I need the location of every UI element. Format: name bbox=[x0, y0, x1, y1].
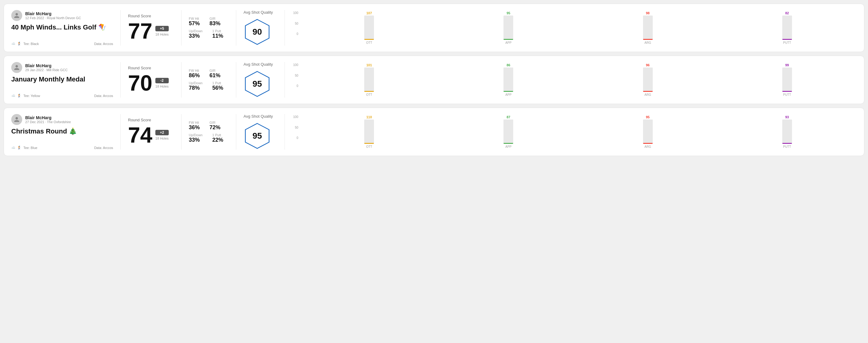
quality-label: Avg Shot Quality bbox=[244, 114, 273, 119]
chart-value-arg: 98 bbox=[646, 11, 650, 15]
tee-label: Tee: Black bbox=[23, 42, 39, 45]
chart-value-ott: 101 bbox=[366, 63, 372, 67]
hexagon-value: 95 bbox=[252, 79, 262, 89]
bar-bg-putt bbox=[782, 15, 792, 40]
y-label-50: 50 bbox=[292, 126, 298, 129]
round-title: Christmas Round 🎄 bbox=[11, 127, 113, 135]
stat-value-fw: 86% bbox=[189, 72, 200, 79]
round-card: Blair McHarg 29 Jan 2022 · Mill Ride GCC… bbox=[4, 56, 864, 104]
user-date: 27 Dec 2021 · The Oxfordshire bbox=[25, 120, 71, 124]
stats-section: FW Hit 86% GIR 61% Up/Down 78% 1 Putt 56… bbox=[182, 62, 236, 98]
bar-bg-app bbox=[503, 120, 513, 144]
stat-updown: Up/Down 33% bbox=[189, 133, 203, 143]
round-card: Blair McHarg 12 Feb 2022 · Royal North D… bbox=[4, 4, 864, 52]
stat-label-putt: 1 Putt bbox=[212, 29, 223, 33]
chart-section: 100 50 0 107 OTT 95 bbox=[285, 10, 857, 45]
stat-value-updown: 33% bbox=[189, 137, 203, 143]
chart-group-app: 87 APP bbox=[439, 115, 578, 148]
y-label-0: 0 bbox=[292, 84, 298, 88]
quality-label: Avg Shot Quality bbox=[244, 62, 273, 67]
chart-group-ott: 110 OTT bbox=[300, 115, 439, 148]
stat-one-putt: 1 Putt 22% bbox=[212, 133, 223, 143]
bar-wrapper-app bbox=[439, 15, 578, 40]
bar-wrapper-putt bbox=[717, 67, 857, 92]
stat-label-gir: GIR bbox=[210, 69, 220, 72]
bar-fill-putt bbox=[782, 39, 792, 40]
user-details: Blair McHarg 29 Jan 2022 · Mill Ride GCC bbox=[25, 63, 67, 72]
chart-group-putt: 99 PUTT bbox=[717, 63, 857, 96]
stat-label-updown: Up/Down bbox=[189, 133, 203, 137]
user-details: Blair McHarg 27 Dec 2021 · The Oxfordshi… bbox=[25, 115, 71, 124]
stat-value-putt: 56% bbox=[212, 85, 223, 91]
bar-bg-putt bbox=[782, 67, 792, 92]
bag-icon: 🏌️ bbox=[17, 42, 22, 45]
chart-label-putt: PUTT bbox=[783, 93, 791, 96]
chart-section: 100 50 0 101 OTT 86 bbox=[285, 62, 857, 98]
chart-group-ott: 101 OTT bbox=[300, 63, 439, 96]
stats-row-bottom: Up/Down 78% 1 Putt 56% bbox=[189, 81, 229, 91]
tee-label: Tee: Blue bbox=[23, 146, 37, 150]
bar-wrapper-arg bbox=[578, 120, 717, 144]
user-info: Blair McHarg 27 Dec 2021 · The Oxfordshi… bbox=[11, 114, 113, 125]
user-name: Blair McHarg bbox=[25, 63, 67, 68]
quality-label: Avg Shot Quality bbox=[244, 10, 273, 14]
stat-fw-hit: FW Hit 86% bbox=[189, 69, 200, 79]
chart-group-putt: 93 PUTT bbox=[717, 115, 857, 148]
bar-fill-arg bbox=[643, 39, 653, 40]
chart-label-app: APP bbox=[505, 41, 512, 44]
weather-icon: ☁️ bbox=[11, 42, 16, 45]
chart-label-ott: OTT bbox=[366, 145, 372, 148]
score-row: 70 -2 18 Holes bbox=[128, 72, 174, 94]
hexagon-container: 95 bbox=[244, 70, 271, 98]
stat-fw-hit: FW Hit 36% bbox=[189, 121, 200, 131]
data-source: Data: Arccos bbox=[94, 94, 113, 98]
chart-value-putt: 93 bbox=[785, 115, 789, 119]
hexagon-container: 90 bbox=[244, 18, 271, 45]
quality-section: Avg Shot Quality 95 bbox=[236, 62, 285, 98]
stats-section: FW Hit 36% GIR 72% Up/Down 33% 1 Putt 22… bbox=[182, 114, 236, 150]
y-label-100: 100 bbox=[292, 115, 298, 119]
user-icon bbox=[14, 64, 20, 70]
weather-icon: ☁️ bbox=[11, 94, 16, 98]
bar-wrapper-ott bbox=[300, 67, 439, 92]
score-row: 74 +2 18 Holes bbox=[128, 124, 174, 146]
tee-left: ☁️ 🏌️ Tee: Blue bbox=[11, 146, 37, 150]
user-icon bbox=[14, 12, 20, 19]
score-badge-block: +2 18 Holes bbox=[155, 130, 168, 140]
hexagon-value: 90 bbox=[252, 27, 262, 37]
bar-wrapper-ott bbox=[300, 120, 439, 144]
chart-value-arg: 95 bbox=[646, 115, 650, 119]
score-section: Round Score 77 +5 18 Holes bbox=[121, 10, 182, 45]
bar-bg-arg bbox=[643, 15, 653, 40]
stats-row-bottom: Up/Down 33% 1 Putt 22% bbox=[189, 133, 229, 143]
bag-icon: 🏌️ bbox=[17, 146, 22, 150]
score-number: 74 bbox=[128, 124, 152, 146]
score-row: 77 +5 18 Holes bbox=[128, 20, 174, 42]
y-label-0: 0 bbox=[292, 32, 298, 36]
score-badge: +5 bbox=[155, 26, 168, 31]
score-holes: 18 Holes bbox=[155, 136, 168, 140]
bar-bg-arg bbox=[643, 120, 653, 144]
bar-fill-arg bbox=[643, 143, 653, 144]
avatar bbox=[11, 10, 22, 21]
chart-value-ott: 110 bbox=[366, 115, 372, 119]
bars-area: 101 OTT 86 bbox=[300, 63, 857, 96]
tee-info: ☁️ 🏌️ Tee: Blue Data: Arccos bbox=[11, 146, 113, 150]
user-info: Blair McHarg 29 Jan 2022 · Mill Ride GCC bbox=[11, 62, 113, 73]
stat-gir: GIR 83% bbox=[210, 17, 220, 27]
stat-gir: GIR 72% bbox=[210, 121, 220, 131]
left-section: Blair McHarg 29 Jan 2022 · Mill Ride GCC… bbox=[11, 62, 121, 98]
stats-row-top: FW Hit 36% GIR 72% bbox=[189, 121, 229, 131]
y-label-50: 50 bbox=[292, 22, 298, 25]
bar-wrapper-putt bbox=[717, 15, 857, 40]
chart-container: 100 50 0 110 OTT 87 bbox=[292, 115, 857, 148]
hexagon: 95 bbox=[244, 70, 271, 98]
bar-bg-ott bbox=[364, 15, 374, 40]
chart-container: 100 50 0 107 OTT 95 bbox=[292, 11, 857, 44]
stat-value-fw: 57% bbox=[189, 20, 200, 27]
stats-row-top: FW Hit 86% GIR 61% bbox=[189, 69, 229, 79]
bar-wrapper-arg bbox=[578, 67, 717, 92]
bar-fill-ott bbox=[364, 39, 374, 40]
score-holes: 18 Holes bbox=[155, 33, 168, 36]
hexagon: 90 bbox=[244, 18, 271, 45]
